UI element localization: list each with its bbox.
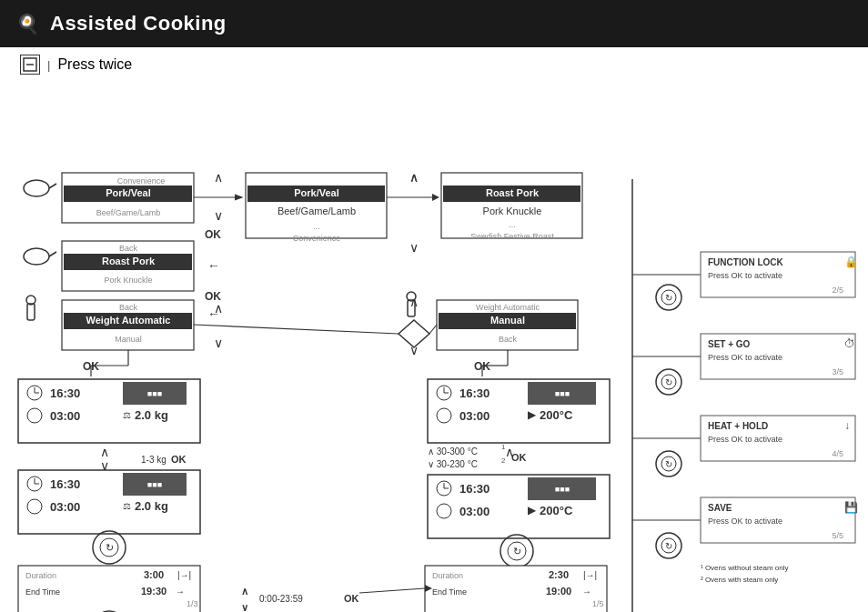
svg-text:HEAT + HOLD: HEAT + HOLD	[708, 421, 768, 431]
svg-text:¹ Ovens without steam only: ¹ Ovens without steam only	[701, 564, 788, 572]
svg-text:∧: ∧	[505, 445, 514, 459]
svg-text:Press OK to activate: Press OK to activate	[708, 271, 782, 280]
svg-text:1/5: 1/5	[592, 599, 604, 608]
svg-text:200°C: 200°C	[540, 504, 573, 517]
svg-text:∧: ∧	[100, 445, 109, 459]
svg-text:■■■: ■■■	[147, 389, 162, 398]
svg-text:03:00: 03:00	[50, 500, 80, 514]
svg-text:SET + GO: SET + GO	[708, 339, 751, 349]
svg-text:Pork Knuckle: Pork Knuckle	[104, 276, 152, 285]
svg-text:↻: ↻	[106, 542, 114, 553]
svg-text:5/5: 5/5	[832, 531, 843, 540]
svg-text:End Time: End Time	[25, 587, 60, 597]
svg-text:∧: ∧	[409, 170, 419, 185]
svg-text:∨ 30-230 °C: ∨ 30-230 °C	[428, 459, 478, 469]
svg-text:OK: OK	[344, 593, 359, 604]
svg-point-2	[24, 180, 49, 196]
svg-text:Pork Knuckle: Pork Knuckle	[483, 206, 542, 216]
svg-text:Roast Pork: Roast Pork	[486, 187, 540, 198]
svg-text:💾: 💾	[844, 500, 858, 514]
svg-marker-39	[432, 194, 439, 201]
svg-text:∨: ∨	[214, 208, 223, 223]
svg-text:Beef/Game/Lamb: Beef/Game/Lamb	[96, 208, 161, 217]
svg-text:...: ...	[313, 222, 320, 231]
svg-text:2/5: 2/5	[832, 286, 843, 295]
svg-text:■■■: ■■■	[555, 389, 570, 398]
svg-text:Pork/Veal: Pork/Veal	[106, 187, 151, 198]
svg-text:16:30: 16:30	[459, 386, 490, 400]
svg-text:↻: ↻	[665, 377, 672, 387]
svg-text:∨: ∨	[409, 240, 419, 255]
diagram-svg: Convenience Pork/Veal Beef/Game/Lamb Bac…	[0, 75, 868, 612]
svg-text:Convenience: Convenience	[117, 176, 166, 186]
svg-text:16:30: 16:30	[50, 386, 80, 400]
svg-text:Swedish Festive Roast: Swedish Festive Roast	[470, 232, 554, 241]
svg-text:Press OK to activate: Press OK to activate	[708, 517, 782, 526]
svg-text:↻: ↻	[513, 546, 521, 557]
svg-line-3	[49, 184, 56, 188]
svg-text:Weight Automatic: Weight Automatic	[476, 303, 540, 312]
svg-line-60	[429, 325, 437, 334]
svg-text:Press OK to activate: Press OK to activate	[708, 353, 782, 362]
svg-text:2.0 kg: 2.0 kg	[135, 499, 168, 513]
svg-text:Manual: Manual	[490, 315, 525, 326]
svg-text:↻: ↻	[665, 541, 672, 551]
svg-text:▶: ▶	[528, 408, 537, 421]
svg-text:Weight Automatic: Weight Automatic	[86, 315, 171, 326]
svg-text:200°C: 200°C	[540, 408, 573, 422]
svg-text:End Time: End Time	[432, 587, 467, 597]
main-content: | Press twice Convenience Pork/Veal Beef…	[0, 47, 868, 612]
svg-text:←: ←	[207, 258, 220, 273]
svg-line-146	[359, 588, 425, 593]
svg-text:⚖: ⚖	[123, 410, 131, 420]
svg-text:...: ...	[509, 220, 516, 229]
svg-text:3/5: 3/5	[832, 367, 843, 376]
svg-text:↻: ↻	[665, 293, 672, 303]
press-twice-row: | Press twice	[20, 55, 859, 75]
svg-text:Back: Back	[119, 244, 138, 253]
svg-text:Roast Pork: Roast Pork	[102, 256, 156, 266]
svg-text:→: →	[176, 587, 185, 597]
svg-text:∨: ∨	[100, 458, 109, 473]
svg-text:→: →	[582, 587, 591, 597]
svg-text:Back: Back	[499, 335, 518, 344]
svg-text:FUNCTION LOCK: FUNCTION LOCK	[708, 257, 784, 267]
svg-text:Back: Back	[119, 303, 138, 312]
svg-text:03:00: 03:00	[459, 505, 490, 518]
press-icon	[20, 55, 40, 75]
svg-text:|→|: |→|	[177, 570, 191, 580]
svg-text:19:00: 19:00	[546, 586, 571, 597]
svg-text:SAVE: SAVE	[708, 503, 732, 513]
press-twice-label: Press twice	[57, 56, 132, 73]
svg-text:▶: ▶	[528, 504, 537, 517]
svg-text:19:30: 19:30	[141, 586, 167, 597]
svg-text:|→|: |→|	[583, 570, 597, 580]
svg-text:■■■: ■■■	[555, 485, 570, 494]
svg-line-59	[194, 325, 399, 334]
svg-text:OK: OK	[171, 454, 187, 465]
svg-text:■■■: ■■■	[147, 480, 162, 489]
svg-text:∧: ∧	[409, 295, 419, 309]
svg-text:² Ovens with steam only: ² Ovens with steam only	[701, 576, 778, 584]
svg-text:🔒: 🔒	[844, 255, 858, 268]
svg-text:2:30: 2:30	[549, 569, 569, 580]
svg-text:∨: ∨	[241, 602, 248, 612]
svg-text:03:00: 03:00	[459, 409, 490, 423]
svg-text:1/3: 1/3	[187, 599, 198, 608]
cooking-icon: 🍳	[16, 13, 39, 35]
svg-text:Beef/Game/Lamb: Beef/Game/Lamb	[278, 206, 356, 216]
svg-text:Convenience: Convenience	[293, 234, 341, 243]
svg-rect-16	[27, 304, 35, 320]
svg-text:∧: ∧	[214, 301, 223, 316]
svg-text:Duration: Duration	[25, 571, 56, 580]
svg-text:⚖: ⚖	[123, 501, 131, 511]
svg-text:↓: ↓	[844, 419, 850, 432]
svg-text:16:30: 16:30	[459, 482, 490, 496]
svg-text:∨: ∨	[409, 343, 419, 357]
svg-text:∧: ∧	[214, 170, 223, 185]
app-header: 🍳 Assisted Cooking	[0, 0, 868, 47]
svg-text:3:00: 3:00	[144, 569, 164, 580]
svg-text:16:30: 16:30	[50, 477, 80, 491]
svg-point-9	[24, 248, 49, 265]
svg-line-10	[49, 252, 56, 256]
